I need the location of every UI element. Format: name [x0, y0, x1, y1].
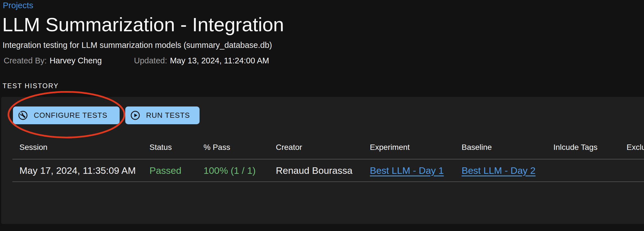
run-tests-button[interactable]: RUN TESTS — [125, 106, 200, 124]
include-tags-cell — [546, 159, 620, 182]
column-header-session: Session — [12, 136, 142, 159]
column-header-experiment: Experiment — [363, 136, 455, 159]
section-title-test-history: TEST HISTORY — [3, 82, 59, 90]
test-history-table: Session Status % Pass Creator Experiment… — [12, 136, 644, 182]
meta-line: Created By:Harvey Cheng Updated:May 13, … — [4, 56, 623, 66]
column-header-pass: % Pass — [196, 136, 269, 159]
baseline-link[interactable]: Best LLM - Day 2 — [462, 165, 536, 176]
created-by-value: Harvey Cheng — [50, 56, 102, 65]
created-by-label: Created By: — [4, 56, 47, 65]
session-cell: May 17, 2024, 11:35:09 AM — [12, 159, 142, 182]
pass-cell: 100% (1 / 1) — [196, 159, 269, 182]
column-header-include-tags: Inlcude Tags — [546, 136, 620, 159]
run-tests-label: RUN TESTS — [146, 111, 190, 120]
status-cell: Passed — [142, 159, 196, 182]
wrench-circle-icon — [18, 111, 28, 120]
page-subtitle: Integration testing for LLM summarizatio… — [3, 40, 272, 50]
updated-label: Updated: — [134, 56, 167, 65]
breadcrumb-projects-link[interactable]: Projects — [3, 0, 33, 10]
configure-tests-button[interactable]: CONFIGURE TESTS — [13, 106, 120, 124]
column-header-status: Status — [142, 136, 196, 159]
updated-group: Updated:May 13, 2024, 11:24:00 AM — [134, 56, 269, 66]
page-title: LLM Summarization - Integration — [2, 14, 284, 35]
updated-value: May 13, 2024, 11:24:00 AM — [170, 56, 269, 65]
baseline-cell: Best LLM - Day 2 — [455, 159, 546, 182]
configure-tests-label: CONFIGURE TESTS — [34, 111, 108, 120]
test-history-panel: CONFIGURE TESTS RUN TESTS Session Status… — [1, 97, 644, 224]
column-header-exclude-tags: Exclude Tags — [620, 136, 644, 159]
experiment-cell: Best LLM - Day 1 — [363, 159, 455, 182]
experiment-link[interactable]: Best LLM - Day 1 — [370, 165, 444, 176]
exclude-tags-cell — [620, 159, 644, 182]
toolbar: CONFIGURE TESTS RUN TESTS — [13, 106, 200, 124]
creator-cell: Renaud Bourassa — [269, 159, 363, 182]
project-page: Projects LLM Summarization - Integration… — [0, 0, 644, 231]
column-header-baseline: Baseline — [455, 136, 546, 159]
play-circle-icon — [131, 111, 140, 120]
column-header-creator: Creator — [269, 136, 363, 159]
